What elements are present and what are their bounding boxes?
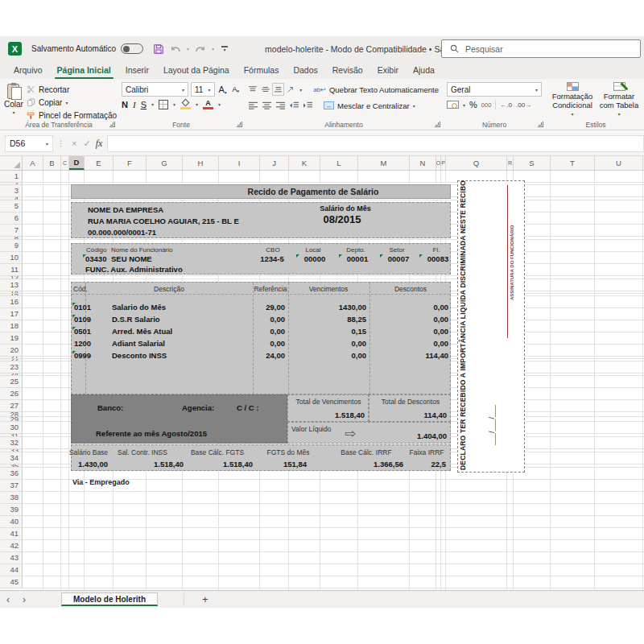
undo-chevron-icon[interactable]: ▾ — [187, 46, 189, 52]
row-header-5[interactable]: 5 — [0, 200, 23, 213]
row-header-13[interactable]: 13 — [0, 279, 23, 291]
tab-layout-da-página[interactable]: Layout da Página — [156, 63, 237, 79]
italic-button[interactable]: I — [133, 100, 136, 109]
row-header-37[interactable]: 37 — [0, 480, 23, 492]
row-header-34[interactable]: 34 — [0, 452, 23, 464]
redo-chevron-icon[interactable]: ▾ — [212, 46, 214, 52]
sheet-grid[interactable]: 1234567891011121314151617181920212223242… — [0, 171, 644, 590]
row-header-9[interactable]: 9 — [0, 240, 23, 252]
row-header-36[interactable]: 36 — [0, 468, 23, 480]
number-dialog-launcher[interactable] — [538, 122, 543, 127]
column-header-E[interactable]: E — [85, 156, 114, 170]
align-right-icon[interactable] — [276, 101, 285, 109]
increase-decimal-button[interactable]: ←.0 — [500, 101, 512, 109]
column-header-U[interactable]: U — [595, 156, 643, 170]
tab-página-inicial[interactable]: Página Inicial — [50, 63, 118, 79]
row-header-40[interactable]: 40 — [0, 516, 23, 528]
fill-color-icon[interactable] — [180, 99, 191, 109]
format-as-table-button[interactable]: Formatar com Tabela ▾ — [597, 82, 642, 119]
decrease-indent-icon[interactable] — [290, 101, 299, 109]
row-header-41[interactable]: 41 — [0, 528, 23, 540]
increase-indent-icon[interactable] — [303, 101, 312, 109]
column-header-Q[interactable]: Q — [446, 156, 507, 170]
tab-inserir[interactable]: Inserir — [118, 63, 156, 79]
column-header-C[interactable]: C — [61, 156, 69, 170]
autosave-toggle[interactable] — [121, 43, 143, 54]
wrap-text-button[interactable]: ab↩ Quebrar Texto Automaticamente — [313, 85, 439, 94]
cancel-entry-icon[interactable]: × — [72, 138, 76, 148]
add-sheet-button[interactable]: + — [184, 593, 208, 605]
row-header-42[interactable]: 42 — [0, 540, 23, 552]
insert-function-icon[interactable]: fx — [96, 138, 103, 150]
row-header-26[interactable]: 26 — [0, 388, 23, 400]
column-header-F[interactable]: F — [114, 156, 147, 170]
tab-fórmulas[interactable]: Fórmulas — [237, 63, 287, 79]
prev-sheet-icon[interactable]: ‹ — [0, 594, 16, 605]
row-header-39[interactable]: 39 — [0, 504, 23, 516]
save-icon[interactable] — [153, 43, 164, 55]
redo-icon[interactable] — [195, 44, 206, 54]
align-middle-icon[interactable] — [262, 85, 270, 93]
row-header-3[interactable]: 3 — [0, 185, 23, 197]
column-header-N[interactable]: N — [410, 156, 436, 170]
font-dialog-launcher[interactable] — [237, 122, 242, 127]
row-header-25[interactable]: 25 — [0, 376, 23, 388]
row-header-20[interactable]: 20 — [0, 345, 23, 357]
row-header-44[interactable]: 44 — [0, 564, 23, 576]
row-header-38[interactable]: 38 — [0, 492, 23, 504]
tab-dados[interactable]: Dados — [286, 63, 324, 79]
row-header-11[interactable]: 11 — [0, 264, 23, 276]
underline-chevron-icon[interactable]: ▾ — [151, 101, 154, 107]
search-box[interactable]: Pesquisar — [441, 39, 641, 58]
row-header-7[interactable]: 7 — [0, 225, 23, 237]
row-header-16[interactable]: 16 — [0, 296, 23, 308]
orientation-chevron-icon[interactable]: ▾ — [299, 87, 302, 93]
column-header-L[interactable]: L — [320, 156, 358, 170]
column-header-I[interactable]: I — [219, 156, 260, 170]
paste-button[interactable]: Colar ▾ — [4, 82, 23, 121]
align-left-icon[interactable] — [249, 101, 258, 109]
tab-arquivo[interactable]: Arquivo — [6, 63, 50, 79]
select-all-corner[interactable] — [0, 156, 23, 170]
column-header-R[interactable]: R — [507, 156, 514, 170]
column-header-A[interactable]: A — [23, 156, 43, 170]
column-header-S[interactable]: S — [514, 156, 551, 170]
tab-revisão[interactable]: Revisão — [325, 63, 370, 79]
accounting-format-icon[interactable] — [447, 101, 459, 109]
column-header-B[interactable]: B — [43, 156, 61, 170]
autosave-control[interactable]: Salvamento Automático — [31, 43, 143, 54]
tab-ajuda[interactable]: Ajuda — [406, 63, 442, 79]
customize-toolbar-icon[interactable]: ▾ — [221, 46, 228, 52]
row-header-43[interactable]: 43 — [0, 552, 23, 564]
decrease-decimal-button[interactable]: .00→ — [516, 101, 531, 109]
formula-input[interactable] — [107, 135, 644, 152]
font-size-combo[interactable]: 11▾ — [191, 82, 215, 97]
alignment-dialog-launcher[interactable] — [435, 122, 440, 127]
orientation-icon[interactable] — [287, 85, 295, 93]
conditional-formatting-button[interactable]: Formatação Condicional ▾ — [550, 82, 595, 119]
row-header-27[interactable]: 27 — [0, 400, 23, 412]
align-top-icon[interactable] — [249, 85, 257, 93]
underline-button[interactable]: S — [141, 100, 147, 109]
row-header-23[interactable]: 23 — [0, 361, 23, 374]
column-header-G[interactable]: G — [147, 156, 183, 170]
percent-style-button[interactable]: % — [469, 100, 477, 109]
copy-button[interactable]: Copiar ▾ — [27, 97, 117, 108]
comma-style-button[interactable]: 000 — [481, 101, 492, 109]
align-center-icon[interactable] — [262, 101, 271, 109]
column-header-D[interactable]: D — [69, 156, 85, 170]
align-bottom-icon[interactable] — [275, 85, 283, 93]
accounting-chevron-icon[interactable]: ▾ — [463, 102, 465, 108]
merge-center-button[interactable]: ↔ Mesclar e Centralizar ▾ — [324, 101, 415, 110]
borders-chevron-icon[interactable]: ▾ — [173, 101, 175, 107]
name-box[interactable]: D56 ▾ — [5, 135, 53, 152]
column-header-K[interactable]: K — [289, 156, 320, 170]
increase-font-button[interactable]: A▴ — [217, 85, 229, 94]
undo-icon[interactable] — [170, 44, 181, 54]
fill-chevron-icon[interactable]: ▾ — [196, 101, 198, 107]
column-header-J[interactable]: J — [260, 156, 289, 170]
row-header-6[interactable]: 6 — [0, 213, 23, 225]
decrease-font-button[interactable]: A▾ — [230, 85, 241, 93]
row-header-18[interactable]: 18 — [0, 320, 23, 332]
clipboard-dialog-launcher[interactable] — [109, 122, 115, 127]
